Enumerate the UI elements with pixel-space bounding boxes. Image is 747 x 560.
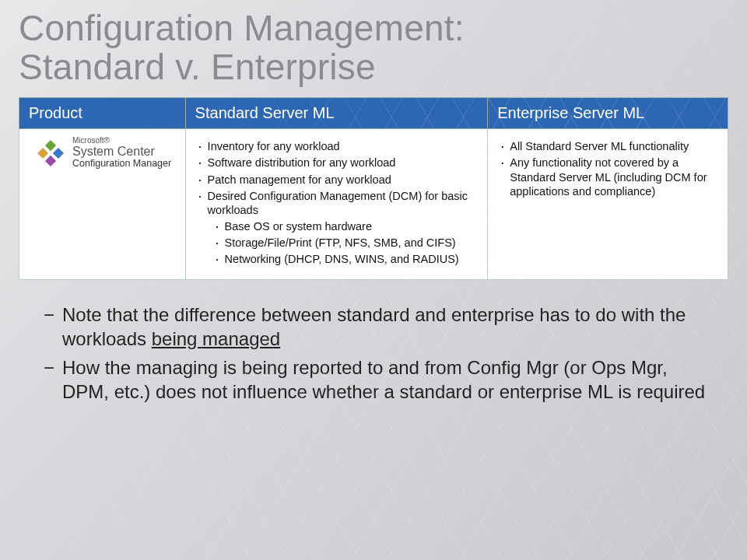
note-text: How the managing is being reported to an… — [62, 356, 713, 404]
list-item: Inventory for any workload — [198, 139, 479, 153]
slide-title-line2: Standard v. Enterprise — [19, 47, 376, 87]
notes-section: − Note that the difference between stand… — [19, 303, 728, 404]
svg-rect-2 — [37, 147, 48, 158]
enterprise-cell: All Standard Server ML functionality Any… — [488, 129, 728, 280]
list-item: Patch management for any workload — [198, 173, 479, 187]
dash-icon: − — [44, 356, 62, 404]
logo-product: Configuration Manager — [72, 159, 171, 169]
product-logo: Microsoft® System Center Configuration M… — [29, 137, 176, 168]
header-product: Product — [19, 98, 186, 129]
svg-rect-0 — [45, 140, 56, 151]
table-row: Microsoft® System Center Configuration M… — [19, 129, 728, 280]
note-item: − How the managing is being reported to … — [44, 356, 713, 404]
list-item: Networking (DHCP, DNS, WINS, and RADIUS) — [216, 252, 479, 266]
standard-cell: Inventory for any workload Software dist… — [185, 129, 488, 280]
slide-title-line1: Configuration Management: — [19, 8, 465, 48]
note-item: − Note that the difference between stand… — [44, 303, 713, 351]
dcm-sublist: Base OS or system hardware Storage/File/… — [208, 219, 479, 266]
list-item-label: Desired Configuration Management (DCM) f… — [208, 190, 468, 216]
slide-title: Configuration Management: Standard v. En… — [19, 9, 728, 86]
header-standard: Standard Server ML — [185, 98, 488, 129]
system-center-icon — [35, 138, 66, 169]
enterprise-list: All Standard Server ML functionality Any… — [497, 139, 718, 198]
dash-icon: − — [44, 303, 62, 351]
svg-rect-3 — [45, 155, 56, 166]
note-underlined: being managed — [152, 328, 280, 349]
comparison-table: Product Standard Server ML Enterprise Se… — [19, 97, 728, 280]
list-item: Base OS or system hardware — [216, 219, 479, 233]
list-item: Storage/File/Print (FTP, NFS, SMB, and C… — [216, 236, 479, 250]
logo-brand: System Center — [72, 145, 171, 159]
list-item: Any functionality not covered by a Stand… — [500, 156, 718, 198]
table-header-row: Product Standard Server ML Enterprise Se… — [19, 98, 728, 129]
product-cell: Microsoft® System Center Configuration M… — [19, 129, 186, 280]
svg-rect-1 — [53, 147, 64, 158]
standard-list: Inventory for any workload Software dist… — [195, 139, 479, 266]
list-item: Desired Configuration Management (DCM) f… — [198, 189, 479, 267]
list-item: Software distribution for any workload — [198, 156, 479, 170]
list-item: All Standard Server ML functionality — [500, 139, 718, 153]
header-enterprise: Enterprise Server ML — [488, 98, 728, 129]
